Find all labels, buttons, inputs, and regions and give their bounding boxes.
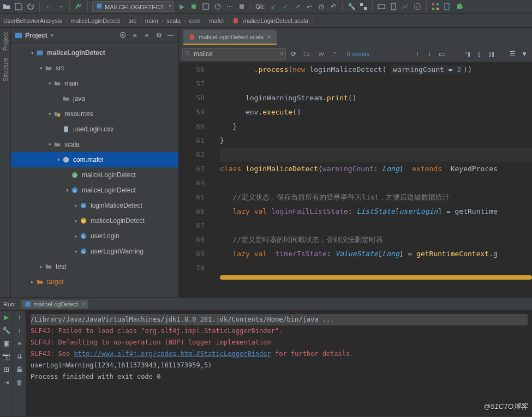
next-occurrence-icon[interactable]: ↓ xyxy=(425,50,434,58)
close-icon[interactable]: × xyxy=(267,33,271,41)
save-icon[interactable] xyxy=(14,2,23,11)
stop-icon[interactable] xyxy=(237,2,246,11)
file-icon xyxy=(189,34,195,40)
tab-malicelogin[interactable]: maliceLoginDetect.scala × xyxy=(183,30,277,45)
gear-icon[interactable]: ⚙ xyxy=(154,31,163,40)
screenshot-icon[interactable] xyxy=(377,2,386,11)
refresh-icon[interactable] xyxy=(26,2,35,11)
run-tab-label[interactable]: mailceLogDetect xyxy=(33,301,78,307)
tree-item-loginMaliceDetect[interactable]: ▸cloginMaliceDetect xyxy=(11,198,178,213)
clear-icon[interactable]: × xyxy=(280,50,284,58)
git-commit-icon[interactable]: ✓ xyxy=(281,2,290,11)
chart-icon[interactable] xyxy=(401,2,410,11)
collapse-icon[interactable]: ≡ xyxy=(142,31,151,40)
tool-project[interactable]: Project xyxy=(2,30,9,53)
down-icon[interactable]: ↓ xyxy=(15,326,24,335)
clear-icon[interactable]: 🗑 xyxy=(15,378,24,387)
back-icon[interactable]: ← xyxy=(44,2,53,11)
select-all-occ-icon[interactable]: ⫿⫿ xyxy=(487,50,496,58)
git-update-icon[interactable]: ↙ xyxy=(269,2,278,11)
tree-item-java[interactable]: java xyxy=(11,91,178,106)
run-gutter-1: ▶ 🔧 ▣ 📷 ⊞ ⇥ xyxy=(0,311,13,416)
crumb-src[interactable]: src xyxy=(128,17,136,24)
tool-structure[interactable]: Structure xyxy=(2,55,9,84)
svg-rect-10 xyxy=(432,3,434,5)
words-toggle[interactable]: W xyxy=(316,50,326,58)
tree-item-maliceLoginDetect[interactable]: ▸omaliceLoginDetect xyxy=(11,213,178,228)
project-tree[interactable]: ▾maliceLoginDetect▾src▾mainjava▾resource… xyxy=(11,43,178,297)
grid-icon[interactable] xyxy=(431,2,440,11)
code-area[interactable]: 565758596061626364656667686970 .process(… xyxy=(179,63,532,297)
crumb-main[interactable]: main xyxy=(145,17,158,24)
stop-run-icon[interactable]: ▣ xyxy=(2,339,11,348)
close-run-tab-icon[interactable]: × xyxy=(81,301,85,307)
settings-icon[interactable]: 🔧 xyxy=(2,326,11,335)
open-icon[interactable] xyxy=(2,2,11,11)
tree-item-com-mafei[interactable]: ▾com.mafei xyxy=(11,152,178,167)
tree-item-src[interactable]: ▾src xyxy=(11,61,178,76)
tree-item-userLogin-csv[interactable]: userLogin.csv xyxy=(11,122,178,137)
profile-icon[interactable] xyxy=(213,2,222,11)
git-rollback-icon[interactable]: ↶ xyxy=(329,2,338,11)
target-icon[interactable]: ⦿ xyxy=(118,31,127,40)
git-clock-icon[interactable]: ◷ xyxy=(317,2,326,11)
run-icon[interactable]: ▶ xyxy=(177,2,186,11)
git-push-icon[interactable]: ↗ xyxy=(293,2,302,11)
forward-icon[interactable]: → xyxy=(56,2,65,11)
prev-occurrence-icon[interactable]: ↑ xyxy=(413,50,422,58)
tree-item-test[interactable]: ▸test xyxy=(11,259,178,274)
add-selection-icon[interactable]: ⁺⫿ xyxy=(463,50,472,58)
remove-selection-icon[interactable]: ⫿ xyxy=(475,50,484,58)
device-icon[interactable] xyxy=(443,2,452,11)
coverage-icon[interactable] xyxy=(201,2,210,11)
crumb-scala[interactable]: scala xyxy=(166,17,181,24)
results-label: 0 results xyxy=(346,51,369,57)
search-input[interactable] xyxy=(182,48,286,60)
filter-history-icon[interactable]: ⟳ xyxy=(289,50,298,58)
run-config-dropdown[interactable]: MAILCELOGDETECT xyxy=(92,1,174,12)
select-all-icon[interactable]: ▭ xyxy=(437,50,446,58)
tab-label: maliceLoginDetect.scala xyxy=(199,34,264,40)
scroll-icon[interactable]: ⇊ xyxy=(15,352,24,361)
crumb-malicelogindetect[interactable]: maliceLoginDetect xyxy=(70,17,120,24)
tree-item-resources[interactable]: ▾resources xyxy=(11,106,178,122)
attach-icon[interactable]: ⋯ xyxy=(225,2,234,11)
tree-item-maliceLoginDetect[interactable]: ▾smaliceLoginDetect xyxy=(11,183,178,198)
tree-item-mailceLoginDetect[interactable]: omailceLoginDetect xyxy=(11,167,178,183)
match-case-toggle[interactable]: Cc xyxy=(301,50,313,58)
structure-icon[interactable] xyxy=(359,2,368,11)
expand-icon[interactable]: ≡ xyxy=(130,31,139,40)
project-icon xyxy=(14,31,23,40)
avd-icon[interactable] xyxy=(389,2,398,11)
horizontal-scrollbar[interactable] xyxy=(220,275,532,280)
tree-item-scala[interactable]: ▾scala xyxy=(11,137,178,152)
build-icon[interactable] xyxy=(74,2,83,11)
debug-icon[interactable] xyxy=(189,2,198,11)
crumb-com[interactable]: com xyxy=(189,17,201,24)
git-history-icon[interactable]: ⤺ xyxy=(305,2,314,11)
tree-item-maliceLoginDetect[interactable]: ▾maliceLoginDetect xyxy=(11,45,178,61)
tree-item-target[interactable]: ▸target xyxy=(11,274,178,289)
crumb-userbehavioranalysis[interactable]: UserBehaviorAnalysis xyxy=(3,17,62,24)
crumb-mafei[interactable]: mafei xyxy=(209,17,224,24)
wrap-icon[interactable]: ≡ xyxy=(15,339,24,348)
exit-icon[interactable]: ⇥ xyxy=(2,378,11,387)
tree-item-userLogin[interactable]: ▸cuserLogin xyxy=(11,228,178,244)
camera-icon[interactable]: 📷 xyxy=(2,352,11,361)
tree-item-userLoginWarning[interactable]: ▸cuserLoginWarning xyxy=(11,244,178,259)
rerun-icon[interactable]: ▶ xyxy=(2,313,11,322)
up-icon[interactable]: ↑ xyxy=(15,313,24,322)
regex-toggle[interactable]: .* xyxy=(330,50,338,58)
options-icon[interactable]: ☰ xyxy=(508,50,517,58)
print-icon[interactable]: 🖶 xyxy=(15,365,24,374)
hide-icon[interactable]: — xyxy=(166,31,175,40)
console-output[interactable]: /Library/Java/JavaVirtualMachines/jdk1.8… xyxy=(26,311,532,416)
layout-icon[interactable]: ⊞ xyxy=(2,365,11,374)
chevron-down-icon[interactable]: ▼ xyxy=(50,33,55,38)
cancel-icon[interactable] xyxy=(413,2,422,11)
crumb-malicelogindetect.scala[interactable]: maliceLoginDetect.scala xyxy=(243,17,308,24)
funnel-icon[interactable]: ▼ xyxy=(520,50,529,58)
wrench-icon[interactable]: 🔧 xyxy=(347,2,356,11)
tree-item-main[interactable]: ▾main xyxy=(11,76,178,91)
puzzle-icon[interactable] xyxy=(455,2,464,11)
